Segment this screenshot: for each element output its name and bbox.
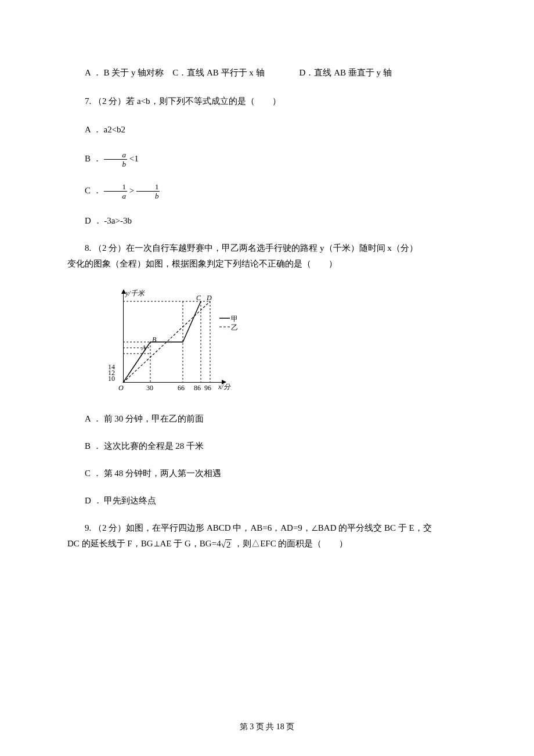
x-tick-66: 66 xyxy=(178,383,185,393)
q9-stem-line2: DC 的延长线于 F，BG⊥AE 于 G，BG=4√2 ，则△EFC 的面积是（… xyxy=(67,538,467,551)
x-tick-86: 86 xyxy=(194,383,201,393)
q9-l2-post: ，则△EFC 的面积是（ ） xyxy=(232,539,348,548)
x-tick-96: 96 xyxy=(204,383,211,393)
q9-stem-line1: 9. （2 分）如图，在平行四边形 ABCD 中，AB=6，AD=9，∠BAD … xyxy=(67,522,467,534)
q7-c-mid: > xyxy=(127,186,136,195)
x-axis-label: x/分 xyxy=(218,382,230,392)
q7-option-c: C ． 1a > 1b xyxy=(67,183,467,200)
fraction-a-over-b: ab xyxy=(104,151,128,168)
q8-stem-line1: 8. （2 分）在一次自行车越野赛中，甲乙两名选手行驶的路程 y（千米）随时间 … xyxy=(67,242,467,254)
sqrt-icon: √2 xyxy=(221,539,232,551)
x-axis-label-text: x/分 xyxy=(218,383,230,391)
fraction-1-over-a: 1a xyxy=(104,183,128,200)
legend-yi: 乙 xyxy=(231,323,238,333)
origin-O: O xyxy=(118,384,124,392)
frac-num: 1 xyxy=(104,183,128,192)
x-tick-30: 30 xyxy=(146,383,153,393)
q7-c-prefix: C ． xyxy=(85,186,104,195)
y-tick-10: 10 xyxy=(108,374,115,384)
q7-option-a: A ． a2<b2 xyxy=(67,124,467,136)
y-axis-label: y/千米 xyxy=(125,289,145,298)
fraction-1-over-b: 1b xyxy=(136,183,160,200)
point-C: C xyxy=(196,293,201,303)
q7-option-d: D ． -3a>-3b xyxy=(67,215,467,227)
point-D: D xyxy=(207,293,212,303)
q8-option-a: A ． 前 30 分钟，甲在乙的前面 xyxy=(67,413,467,425)
chart-lines xyxy=(104,286,238,397)
q6-options-tail: A ． B 关于 y 轴对称 C．直线 AB 平行于 x 轴 D．直线 AB 垂… xyxy=(67,67,467,79)
q8-option-b: B ． 这次比赛的全程是 28 千米 xyxy=(67,440,467,452)
q8-stem-line2: 变化的图象（全程）如图，根据图象判定下列结论不正确的是（ ） xyxy=(67,258,467,270)
q7-stem: 7. （2 分）若 a<b，则下列不等式成立的是（ ） xyxy=(67,95,467,107)
q8-option-d: D ． 甲先到达终点 xyxy=(67,495,467,507)
q7-option-b: B ． ab <1 xyxy=(67,151,467,168)
page: A ． B 关于 y 轴对称 C．直线 AB 平行于 x 轴 D．直线 AB 垂… xyxy=(0,0,534,756)
point-B: B xyxy=(152,335,156,345)
q7-b-prefix: B ． xyxy=(85,154,104,163)
frac-num: 1 xyxy=(136,183,160,192)
q9-l2-pre: DC 的延长线于 F，BG⊥AE 于 G，BG=4 xyxy=(67,539,221,548)
frac-den: a xyxy=(104,192,128,200)
radicand: 2 xyxy=(225,539,232,549)
frac-num: a xyxy=(104,151,128,160)
q7-b-tail: <1 xyxy=(127,154,139,163)
frac-den: b xyxy=(136,192,160,200)
q8-option-c: C ． 第 48 分钟时，两人第一次相遇 xyxy=(67,467,467,480)
frac-den: b xyxy=(104,160,128,168)
page-footer: 第 3 页 共 18 页 xyxy=(0,721,534,733)
point-A: A xyxy=(142,343,146,353)
origin-label: O xyxy=(118,383,124,393)
q8-figure: y/千米 x/分 14 12 10 O 30 66 86 96 A B C D … xyxy=(104,286,238,397)
